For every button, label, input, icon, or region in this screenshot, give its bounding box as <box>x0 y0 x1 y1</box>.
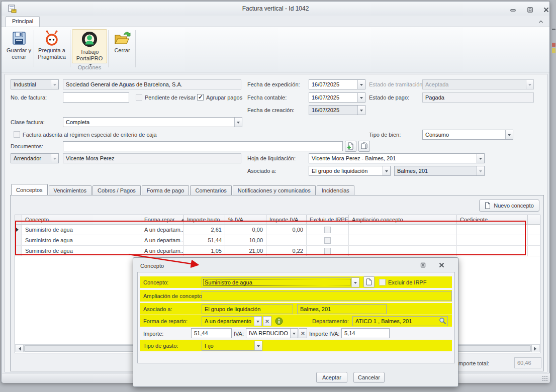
cancelar-button[interactable]: Cancelar <box>353 372 385 383</box>
minimize-button[interactable] <box>508 6 517 14</box>
dlg-new-concepto-button[interactable] <box>363 276 375 287</box>
close-icon <box>543 7 549 13</box>
no-factura-input[interactable] <box>63 92 129 103</box>
dlg-asociado-label: Asociado a: <box>143 304 172 314</box>
fecha-expedicion-value: 16/07/2025 <box>309 80 357 89</box>
estado-pago-field: Pagada <box>422 92 534 103</box>
cell-coeficiente <box>457 235 528 245</box>
cell-bruto: 2,61 <box>184 225 225 235</box>
dlg-forma-reparto-select[interactable]: A un departamento <box>202 316 262 326</box>
dropdown-arrow-icon <box>505 130 513 139</box>
cell-concepto: Suministro de agua <box>22 235 141 245</box>
copy-icon <box>360 142 368 150</box>
col-importe-bruto[interactable]: Importe bruto <box>184 215 225 224</box>
info-icon[interactable] <box>275 317 283 325</box>
clase-factura-select[interactable]: Completa <box>63 117 242 127</box>
resize-grip[interactable] <box>542 375 548 381</box>
desktop-fragment <box>552 29 555 30</box>
col-forma-reparto[interactable]: Forma repar... <box>141 215 184 224</box>
hoja-liquidacion-select[interactable]: Vicente Mora Perez - Balmes, 201 <box>309 153 485 163</box>
cell-bruto: 1,05 <box>184 246 225 256</box>
dialog-restore-button[interactable] <box>418 261 427 269</box>
dlg-ampliacion-input[interactable] <box>202 291 452 301</box>
estado-pago-label: Estado de pago: <box>369 92 409 103</box>
cell-bruto: 51,44 <box>184 235 225 245</box>
col-concepto[interactable]: Concepto <box>22 215 141 224</box>
grid-row-1[interactable]: Suministro de agua A un departam... 2,61… <box>15 225 540 235</box>
tab-incidencias[interactable]: Incidencias <box>317 185 354 195</box>
ribbon: Guardar y cerrar Pregunta a Pragmática <box>2 27 549 72</box>
search-icon[interactable] <box>439 317 446 325</box>
aceptar-button[interactable]: Aceptar <box>316 372 347 383</box>
tipo-bien-select[interactable]: Consumo <box>422 130 513 140</box>
col-coeficiente[interactable]: Coeficiente <box>457 215 528 224</box>
col-excluir-irpf[interactable]: Excluir de IRPF <box>307 215 349 224</box>
copy-document-button[interactable] <box>358 141 370 152</box>
ribbon-separator <box>34 30 34 67</box>
dlg-concepto-select[interactable]: Suministro de agua <box>202 277 359 287</box>
fecha-expedicion-select[interactable]: 16/07/2025 <box>309 79 365 89</box>
fecha-contable-select[interactable]: 16/07/2025 <box>309 92 365 103</box>
cell-pct-iva: 0,00 <box>225 225 266 235</box>
irpf-checkbox[interactable] <box>324 227 331 233</box>
dlg-iva-select[interactable]: IVA REDUCIDO <box>246 328 298 338</box>
ribbon-collapse-button[interactable] <box>536 18 545 26</box>
dlg-excluir-irpf-checkbox[interactable] <box>379 279 386 285</box>
arrendador-field[interactable]: Vicente Mora Perez <box>63 153 241 163</box>
tab-forma-pago[interactable]: Forma de pago <box>142 185 190 195</box>
dropdown-arrow-icon <box>477 166 484 175</box>
dlg-iva-clear-button[interactable]: ✕ <box>299 328 307 338</box>
ribbon-separator <box>135 30 136 67</box>
agrupar-pagos-checkbox[interactable] <box>197 94 204 101</box>
tab-comentarios[interactable]: Comentarios <box>190 185 231 195</box>
ribbon-group-opciones: Opciones <box>71 64 108 70</box>
dlg-importe-iva-input[interactable]: 5,14 <box>341 328 390 338</box>
fecha-contable-label: Fecha contable: <box>247 92 287 103</box>
col-importe-iva[interactable]: Importe IVA <box>266 215 307 224</box>
cell-excluir-irpf <box>307 246 349 256</box>
save-close-button[interactable]: Guardar y cerrar <box>5 29 33 67</box>
scroll-left-button[interactable] <box>16 345 24 352</box>
dlg-forma-clear-button[interactable]: ✕ <box>263 316 271 326</box>
tab-vencimientos[interactable]: Vencimientos <box>49 185 91 195</box>
tab-notificaciones[interactable]: Notificaciones y comunicados <box>233 185 316 195</box>
documentos-input[interactable] <box>63 141 343 151</box>
nuevo-concepto-label: Nuevo concepto <box>494 203 534 209</box>
grid-row-3[interactable]: Suministro de agua A un departam... 1,05… <box>15 246 540 256</box>
arrendador-type-select[interactable]: Arrendador <box>11 153 59 163</box>
hoja-liquidacion-label: Hoja de liquidación: <box>247 153 296 163</box>
dropdown-arrow-icon <box>254 341 262 350</box>
nuevo-concepto-button[interactable]: Nuevo concepto <box>479 200 539 212</box>
asociado-grupo-select[interactable]: El grupo de liquidación <box>309 166 391 176</box>
close-button[interactable] <box>541 6 550 14</box>
cell-importe-iva: 0,00 <box>266 225 307 235</box>
regimen-caja-checkbox <box>14 131 20 138</box>
tercero-field[interactable]: Sociedad General de Aguas de Barcelona, … <box>63 79 241 89</box>
add-document-button[interactable] <box>345 141 356 152</box>
tab-conceptos[interactable]: Conceptos <box>11 184 48 195</box>
close-window-button[interactable]: Cerrar <box>109 29 135 67</box>
estado-tramitacion-label: Estado de tramitación: <box>369 79 424 89</box>
ribbon-separator <box>108 30 109 67</box>
portalpro-button[interactable]: Trabajo PortalPRO <box>72 29 107 63</box>
dlg-forma-reparto-value: A un departamento <box>202 317 254 326</box>
tercero-type-select[interactable]: Industrial <box>11 79 59 89</box>
col-ampliacion[interactable]: Ampliación concepto <box>349 215 457 224</box>
ribbon-tab-principal[interactable]: Principal <box>6 16 40 27</box>
grid-row-2[interactable]: Suministro de agua A un departam... 51,4… <box>15 235 540 246</box>
dialog-close-button[interactable] <box>437 261 446 269</box>
dlg-tipo-gasto-select[interactable]: Fijo <box>202 341 262 351</box>
irpf-checkbox[interactable] <box>324 248 331 254</box>
tab-cobros-pagos[interactable]: Cobros / Pagos <box>92 185 141 195</box>
irpf-checkbox[interactable] <box>324 237 331 244</box>
ask-pragmatica-button[interactable]: Pregunta a Pragmática <box>35 29 69 67</box>
cell-forma: A un departam... <box>141 235 184 245</box>
restore-button[interactable] <box>525 6 534 14</box>
col-pct-iva[interactable]: % IVA <box>225 215 266 224</box>
pendiente-revisar-checkbox[interactable] <box>136 94 142 101</box>
dlg-departamento-field[interactable]: ATICO 1 , Balmes, 201 <box>352 316 448 326</box>
dropdown-arrow-icon <box>254 317 261 326</box>
cell-importe-iva: 0,22 <box>266 246 307 256</box>
scroll-right-button[interactable] <box>531 345 539 352</box>
dlg-importe-input[interactable]: 51,44 <box>191 328 232 338</box>
